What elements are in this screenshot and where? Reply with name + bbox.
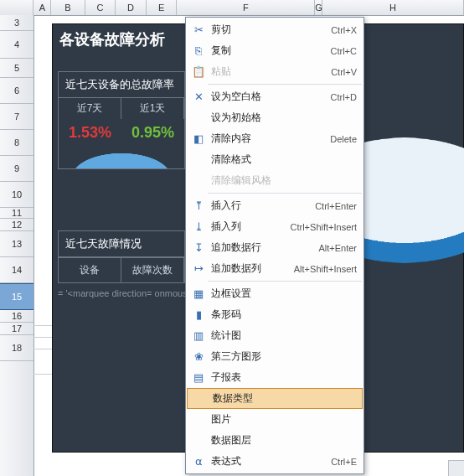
border-icon: ▦ [189,287,208,300]
menu-item[interactable]: ▥统计图 [186,325,363,346]
menu-item-label: 表达式 [208,454,331,468]
menu-item-label: 第三方图形 [208,349,357,364]
menu-item-shortcut: Delete [330,134,357,144]
row-header[interactable]: 14 [0,257,34,283]
menu-item[interactable]: ❀第三方图形 [186,346,363,367]
menu-item[interactable]: ⤓插入列Ctrl+Shift+Insert [186,216,363,237]
row-header[interactable]: 9 [0,156,34,182]
row-header[interactable]: 7 [0,104,34,130]
menu-item-shortcut: Ctrl+V [331,67,357,77]
row-header[interactable]: 4 [0,31,34,59]
menu-item: 📋粘贴Ctrl+V [186,61,363,82]
menu-item-label: 插入列 [208,220,291,234]
scroll-corner [448,460,464,476]
x-icon: ✕ [189,91,208,103]
copy-icon: ⎘ [189,44,208,57]
row-header[interactable]: 16 [0,310,34,323]
menu-item[interactable]: ⤒插入行Ctrl+Enter [186,195,363,216]
addrow-icon: ↧ [189,241,208,254]
menu-item-label: 清除内容 [208,132,330,146]
row-header[interactable]: 12 [0,219,34,231]
col-header[interactable]: H [322,0,464,15]
menu-item[interactable]: 数据图层 [186,430,363,451]
menu-item-shortcut: Ctrl+Enter [315,201,357,211]
spreadsheet: ABCDEFGH 3456789101112131415161718 各设备故障… [0,0,464,476]
menu-item[interactable]: ⍺表达式Ctrl+E [186,451,363,472]
menu-item-label: 条形码 [208,308,357,322]
row-header[interactable]: 11 [0,208,34,219]
menu-item[interactable]: ↧追加数据行Alt+Enter [186,237,363,258]
fault-list-panel: 近七天故障情况 设备 故障次数 [58,230,185,283]
menu-item-label: 追加数据列 [208,261,294,276]
menu-item[interactable]: ⎘复制Ctrl+C [186,40,363,61]
menu-item-shortcut: Ctrl+C [331,46,357,56]
row-header[interactable]: 5 [0,59,34,78]
panel-header: 近七天故障情况 [59,231,184,257]
row-header[interactable]: 17 [0,323,34,335]
menu-item-label: 清除格式 [208,153,357,167]
eraser-icon: ◧ [189,132,208,145]
menu-separator [208,281,362,282]
fault-rate-panel: 近七天设备的总故障率 近7天 近1天 1.53% 0.95% [58,71,185,169]
menu-item[interactable]: 清除格式 [186,149,363,170]
tab-7d[interactable]: 近7天 [59,98,121,119]
menu-item-label: 复制 [208,44,331,58]
wave-graphic [59,147,184,168]
col-device: 设备 [59,257,121,282]
value-7d: 1.53% [59,119,121,147]
menu-item-shortcut: Alt+Shift+Insert [294,264,357,274]
tab-1d[interactable]: 近1天 [121,98,184,119]
barcode-icon: ▮ [189,308,208,321]
col-header[interactable]: E [147,0,178,15]
col-header[interactable]: F [177,0,315,15]
select-all-corner[interactable] [0,0,34,15]
menu-item[interactable]: 设为初始格 [186,107,363,128]
tabs: 近7天 近1天 [59,98,184,119]
menu-item-label: 剪切 [208,23,331,37]
dashboard-title: 各设备故障分析 [59,29,165,49]
subrpt-icon: ▤ [189,371,208,384]
col-header[interactable]: B [51,0,85,15]
menu-item[interactable]: 图片 [186,409,363,430]
row-header[interactable]: 15 [0,283,34,310]
shape-icon: ❀ [189,350,208,363]
row-header[interactable]: 6 [0,78,34,104]
row-header[interactable]: 10 [0,182,34,208]
row-header[interactable]: 8 [0,130,34,156]
menu-item-shortcut: Ctrl+Shift+Insert [291,222,357,232]
menu-item[interactable]: ◧清除内容Delete [186,128,363,149]
menu-item-label: 设为初始格 [208,111,357,125]
value-1d: 0.95% [121,119,184,147]
menu-item-label: 图片 [208,412,357,427]
row-headers: 3456789101112131415161718 [0,15,34,476]
menu-item-shortcut: Ctrl+D [331,92,357,102]
row-header[interactable]: 3 [0,15,34,31]
menu-item[interactable]: ↦追加数据列Alt+Shift+Insert [186,258,363,279]
menu-item[interactable]: 数据类型 [187,388,363,409]
paste-icon: 📋 [189,65,208,78]
menu-item-shortcut: Ctrl+X [331,25,357,35]
menu-item-label: 边框设置 [208,287,357,301]
menu-item-shortcut: Alt+Enter [318,243,357,253]
menu-item[interactable]: ▮条形码 [186,304,363,325]
menu-item-label: 插入行 [208,199,315,213]
menu-item-label: 统计图 [208,329,357,343]
menu-item: 清除编辑风格 [186,170,363,191]
col-header[interactable]: A [34,0,51,15]
col-header[interactable]: D [116,0,147,15]
menu-item[interactable]: ▤子报表 [186,367,363,388]
col-header[interactable]: C [85,0,116,15]
context-menu: ✂剪切Ctrl+X⎘复制Ctrl+C📋粘贴Ctrl+V✕设为空白格Ctrl+D设… [185,17,364,474]
menu-separator [208,193,362,194]
row-header[interactable]: 13 [0,231,34,257]
chart-icon: ▥ [189,329,208,342]
col-header[interactable]: G [315,0,322,15]
row-header[interactable]: 18 [0,335,34,361]
menu-item[interactable]: ✂剪切Ctrl+X [186,19,363,40]
column-headers: ABCDEFGH [0,0,464,16]
menu-item[interactable]: ▦边框设置 [186,283,363,304]
menu-item[interactable]: ✕设为空白格Ctrl+D [186,86,363,107]
insrow-icon: ⤒ [189,199,208,212]
menu-item-label: 数据类型 [209,391,355,406]
menu-item-label: 清除编辑风格 [208,173,357,188]
